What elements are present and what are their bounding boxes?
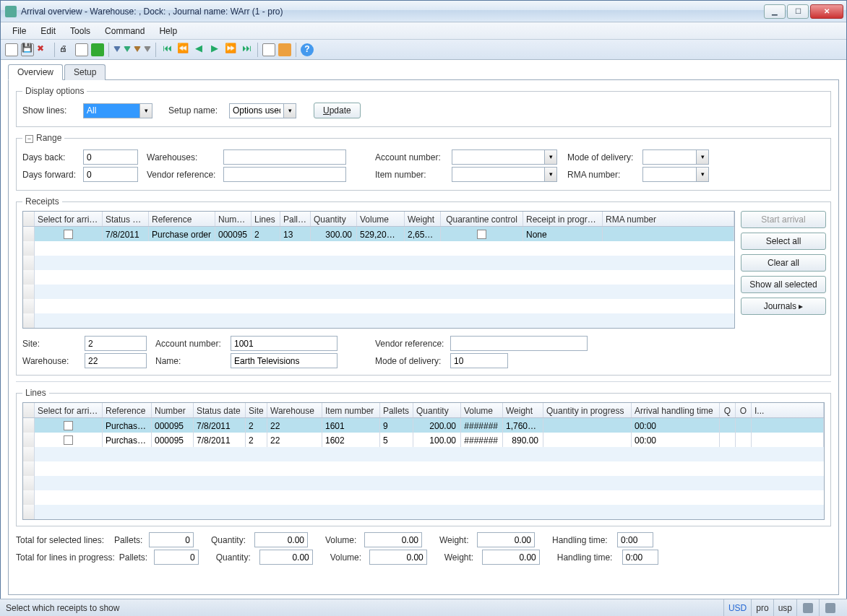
nav-first-icon[interactable]: ⏮ [160,43,173,56]
warehouses-input[interactable] [223,149,346,165]
col-select[interactable]: Select for arrival [35,212,103,226]
tab-overview[interactable]: Overview [8,64,63,80]
prog-pallets[interactable] [154,550,199,565]
nav-prevpage-icon[interactable]: ⏪ [176,43,189,56]
col-rma[interactable]: RMA number [603,212,734,226]
col-qty[interactable]: Quantity [413,403,461,417]
line-row[interactable]: Purchase ... 000095 7/8/2011 2 22 1601 9… [23,418,824,433]
checkbox-icon[interactable] [64,421,73,430]
col-volume[interactable]: Volume [357,212,405,226]
help-icon[interactable]: ? [301,43,314,56]
chevron-down-icon[interactable]: ▾ [696,167,709,182]
status-icon[interactable] [803,603,813,613]
filter2-icon[interactable] [124,46,131,56]
journals-button[interactable]: Journals ▸ [741,298,826,315]
doc-icon[interactable] [75,43,88,56]
site-input[interactable] [85,336,147,351]
excel-icon[interactable] [91,43,104,56]
status-icon[interactable] [825,603,835,613]
nav-prev-icon[interactable]: ◀ [192,43,205,56]
col-number[interactable]: Number [215,212,251,226]
sel-pallets[interactable] [149,532,194,547]
account-input[interactable] [452,149,544,165]
vendor-ref-input[interactable] [223,167,346,182]
tab-setup[interactable]: Setup [64,64,106,80]
col-pallets[interactable]: Pallets [280,212,311,226]
rma-input[interactable] [642,167,696,182]
col-select[interactable]: Select for arrival [35,403,103,417]
sel-ht[interactable] [617,532,653,547]
new-icon[interactable] [5,43,18,56]
show-lines-select[interactable] [83,103,139,118]
col-item[interactable]: Item number [322,403,380,417]
col-aht[interactable]: Arrival handling time [632,403,720,417]
col-i[interactable]: I... [752,403,824,417]
chevron-down-icon[interactable]: ▾ [544,149,557,165]
col-number[interactable]: Number [152,403,194,417]
print-icon[interactable] [59,43,72,56]
menu-help[interactable]: Help [153,25,183,38]
chevron-down-icon[interactable]: ▾ [139,103,152,118]
filter-clear-icon[interactable] [144,46,151,56]
sel-weight[interactable] [477,532,535,547]
menu-tools[interactable]: Tools [64,25,96,38]
col-q[interactable]: Q [720,403,736,417]
filter3-icon[interactable] [134,46,141,56]
col-lines[interactable]: Lines [251,212,280,226]
collapse-icon[interactable]: − [25,135,33,143]
name-input[interactable] [231,353,337,368]
note-icon[interactable] [262,43,275,56]
menu-edit[interactable]: Edit [35,25,61,38]
title-bar[interactable]: Arrival overview - Warehouse: , Dock: , … [1,1,846,22]
warehouse-input[interactable] [85,353,147,368]
line-row[interactable]: Purchase ... 000095 7/8/2011 2 22 1602 5… [23,433,824,447]
col-qip[interactable]: Quantity in progress [543,403,632,417]
item-input[interactable] [452,167,544,182]
clear-all-button[interactable]: Clear all [741,254,826,272]
prog-ht[interactable] [622,550,658,565]
save-icon[interactable] [21,43,34,56]
start-arrival-button[interactable]: Start arrival [741,211,826,228]
update-button[interactable]: UUpdatepdate [314,103,361,118]
chevron-down-icon[interactable]: ▾ [696,149,709,165]
nav-next-icon[interactable]: ▶ [208,43,221,56]
sel-qty[interactable] [254,532,308,547]
col-progress[interactable]: Receipt in progress [523,212,603,226]
chevron-down-icon[interactable]: ▾ [544,167,557,182]
mode-input[interactable] [642,149,696,165]
setup-name-select[interactable] [229,103,283,118]
col-warehouse[interactable]: Warehouse [267,403,322,417]
filter-icon[interactable] [113,46,121,56]
menu-command[interactable]: Command [99,25,150,38]
days-back-input[interactable] [83,149,138,165]
maximize-button[interactable] [787,4,809,19]
col-status[interactable]: Status date [194,403,246,417]
close-button[interactable] [810,4,843,19]
attach-icon[interactable] [278,43,291,56]
select-all-button[interactable]: Select all [741,233,826,250]
prog-vol[interactable] [369,550,427,565]
menu-file[interactable]: File [7,25,32,38]
col-status[interactable]: Status date [103,212,149,226]
delete-icon[interactable] [37,43,50,56]
detail-vendor-ref-input[interactable] [450,336,588,351]
col-qty[interactable]: Quantity [311,212,357,226]
prog-weight[interactable] [482,550,540,565]
col-quarantine[interactable]: Quarantine control [441,212,523,226]
col-site[interactable]: Site [246,403,267,417]
detail-mode-input[interactable] [450,353,508,368]
checkbox-icon[interactable] [64,435,73,445]
col-ref[interactable]: Reference [103,403,152,417]
checkbox-icon[interactable] [477,230,486,239]
detail-account-input[interactable] [231,336,337,351]
sel-vol[interactable] [364,532,422,547]
nav-last-icon[interactable]: ⏭ [240,43,253,56]
checkbox-icon[interactable] [64,230,73,239]
nav-nextpage-icon[interactable]: ⏩ [224,43,237,56]
col-volume[interactable]: Volume [461,403,503,417]
col-weight[interactable]: Weight [503,403,543,417]
prog-qty[interactable] [259,550,313,565]
chevron-down-icon[interactable]: ▾ [283,103,296,118]
col-o[interactable]: O [736,403,752,417]
col-pallets[interactable]: Pallets [380,403,413,417]
